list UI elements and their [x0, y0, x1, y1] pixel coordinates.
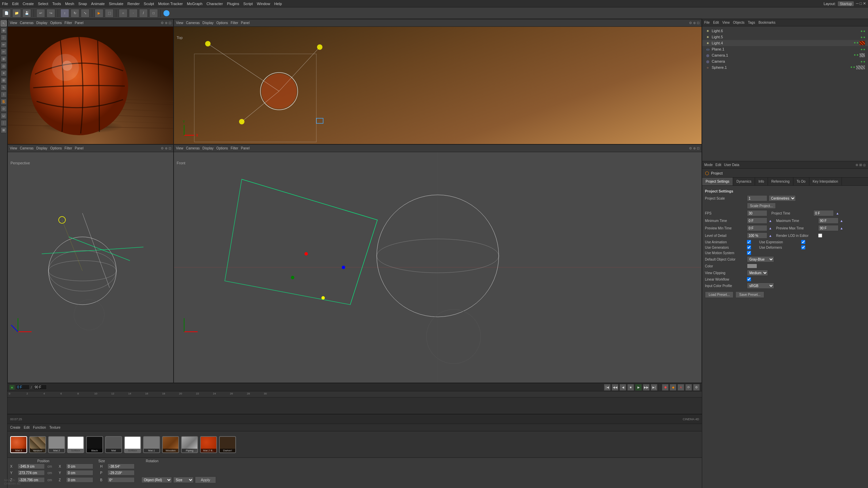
viewport-top[interactable]: View Cameras Display Options Filter Pane… — [174, 19, 702, 144]
new-button[interactable]: 📄 — [2, 9, 11, 18]
current-frame-input[interactable] — [16, 385, 29, 390]
vp-front-options-menu[interactable]: Options — [216, 146, 228, 150]
coord-y-input[interactable] — [18, 470, 45, 475]
use-expression-checkbox[interactable] — [801, 240, 805, 244]
default-obj-color-select[interactable]: Gray-Blue Random Custom — [747, 256, 774, 262]
camera-editor-vis[interactable]: ● — [861, 60, 863, 63]
light6-editor-vis[interactable]: ● — [861, 29, 863, 33]
menu-simulate[interactable]: Simulate — [109, 2, 123, 6]
attr-edit-tab[interactable]: Edit — [715, 163, 721, 167]
rigging-tool[interactable]: ⊔ — [1, 113, 7, 119]
menu-snap[interactable]: Snap — [78, 2, 87, 6]
input-color-profile-select[interactable]: sRGB Linear Adobe RGB — [747, 283, 774, 289]
vp-front-icons[interactable]: ⚙ ⊕ ⊡ — [689, 146, 699, 150]
viewport-perspective[interactable]: View Cameras Display Options Filter Pane… — [7, 144, 174, 383]
tab-info[interactable]: Dynamics — [733, 178, 755, 185]
sphere1-render-vis[interactable]: ● — [853, 65, 855, 70]
max-time-arrow[interactable]: ▲ — [840, 219, 843, 223]
rot-h-input[interactable] — [107, 464, 135, 469]
step-back-btn[interactable]: ◀◀ — [612, 384, 618, 391]
preview-max-arrow[interactable]: ▲ — [840, 226, 843, 230]
material-mat3[interactable]: Mat.3 — [10, 436, 27, 453]
keyframe-btn[interactable]: ◆ — [670, 384, 676, 391]
play-back-btn[interactable]: ◀ — [619, 384, 626, 391]
tab-dynamics[interactable]: Info — [755, 178, 768, 185]
size-y-input[interactable] — [66, 470, 93, 475]
camera1-editor-vis[interactable]: ● — [854, 53, 856, 58]
rot-b-input[interactable] — [107, 477, 135, 483]
tab-referencing[interactable]: Referencing — [768, 178, 793, 185]
object-type-select[interactable]: Object (Rel) Object (Abs) World — [141, 477, 172, 483]
play-fwd-btn[interactable]: ▶ — [635, 384, 642, 391]
brush-tool[interactable]: ○ — [1, 35, 7, 41]
light-tool[interactable]: ☀ — [1, 70, 7, 76]
vp-persp-display-menu[interactable]: Display — [36, 146, 47, 150]
mat-edit-menu[interactable]: Edit — [24, 426, 29, 429]
vp-filter-menu[interactable]: Filter — [64, 21, 72, 25]
lod-input[interactable] — [747, 232, 767, 239]
tab-todo[interactable]: To Do — [793, 178, 809, 185]
menu-sculpt[interactable]: Sculpt — [144, 2, 154, 6]
vp-persp-options-menu[interactable]: Options — [50, 146, 62, 150]
render-lod-checkbox[interactable] — [818, 233, 822, 238]
material-wooden[interactable]: Wooden — [162, 436, 179, 453]
timeline-ruler[interactable]: 0 2 4 6 8 10 12 14 16 18 20 22 24 26 — [7, 391, 702, 398]
mat-create-menu[interactable]: Create — [10, 426, 20, 429]
record-btn[interactable]: ⏺ — [662, 384, 669, 391]
paint-tool[interactable]: ⊙ — [1, 106, 7, 112]
color-swatch[interactable] — [747, 264, 757, 268]
preview-max-input[interactable] — [818, 225, 839, 231]
coord-x-input[interactable] — [18, 464, 45, 469]
menu-motion-tracker[interactable]: Motion Tracker — [158, 2, 183, 6]
edge-mode[interactable]: / — [139, 9, 148, 18]
rotate-tool[interactable]: ↻ — [71, 9, 79, 18]
sphere1-tag[interactable] — [856, 65, 865, 70]
vp-front-cameras-menu[interactable]: Cameras — [186, 146, 200, 150]
vp-top-cameras-menu[interactable]: Cameras — [186, 21, 200, 25]
load-preset-button[interactable]: Load Preset... — [705, 291, 733, 298]
mat-texture-menu[interactable]: Texture — [50, 426, 61, 429]
obj-objects-menu[interactable]: Objects — [733, 21, 745, 24]
vp-display-menu[interactable]: Display — [36, 21, 47, 25]
obj-row-light6[interactable]: ☀ Light.6 ● ● — [702, 28, 868, 34]
size-z-input[interactable] — [66, 477, 93, 483]
obj-edit-menu[interactable]: Edit — [713, 21, 719, 24]
redo-button[interactable]: ↪ — [46, 9, 55, 18]
material-darker[interactable]: Darker! — [219, 436, 236, 453]
save-button[interactable]: 💾 — [22, 9, 31, 18]
goto-start-btn[interactable]: |◀ — [604, 384, 611, 391]
viewport-front[interactable]: View Cameras Display Options Filter Pane… — [174, 144, 702, 383]
camera1-render-vis[interactable]: ● — [856, 53, 859, 58]
deform-tool[interactable]: ⌇ — [1, 92, 7, 98]
menu-plugins[interactable]: Plugins — [227, 2, 239, 6]
vp-front-panel-menu[interactable]: Panel — [241, 146, 250, 150]
coord-z-input[interactable] — [18, 477, 45, 483]
use-generators-checkbox[interactable] — [747, 245, 751, 249]
extra-tool-2[interactable]: ⊠ — [1, 127, 7, 133]
light4-tag[interactable] — [859, 41, 865, 45]
vp-options-menu[interactable]: Options — [50, 21, 62, 25]
spline-tool[interactable]: ∿ — [1, 84, 7, 90]
project-scale-unit-select[interactable]: Centimetres Metres Inches Feet — [769, 195, 796, 201]
scale-project-button[interactable]: Scale Project... — [747, 203, 776, 209]
tab-key-interpolation[interactable]: Key Interpolation — [809, 178, 842, 185]
window-controls[interactable]: ─ □ ✕ — [856, 1, 866, 6]
vp-persp-cameras-menu[interactable]: Cameras — [20, 146, 34, 150]
vp-top-filter-menu[interactable]: Filter — [231, 21, 238, 25]
obj-row-light4[interactable]: ☀ Light.4 ● ● — [702, 40, 868, 46]
menu-create[interactable]: Create — [23, 2, 34, 6]
view-clipping-select[interactable]: Medium Small Large — [747, 270, 768, 276]
project-time-input[interactable] — [813, 210, 834, 216]
extra-tool[interactable]: ⋮ — [1, 120, 7, 126]
vp-panel-menu[interactable]: Panel — [75, 21, 84, 25]
material-mat2[interactable]: Mat.2 — [48, 436, 65, 453]
max-time-input[interactable] — [818, 218, 839, 224]
vp-top-display-menu[interactable]: Display — [202, 21, 214, 25]
menu-window[interactable]: Window — [257, 2, 270, 6]
obj-row-camera1[interactable]: ◎ Camera.1 ● ● — [702, 52, 868, 58]
camera1-tag[interactable] — [859, 53, 865, 58]
vp-render-icons[interactable]: ⚙ ⊕ ⊡ — [161, 21, 171, 25]
light6-render-vis[interactable]: ● — [863, 29, 865, 33]
vp-persp-panel-menu[interactable]: Panel — [75, 146, 84, 150]
obj-row-light5[interactable]: ☀ Light.5 ● ● — [702, 34, 868, 40]
